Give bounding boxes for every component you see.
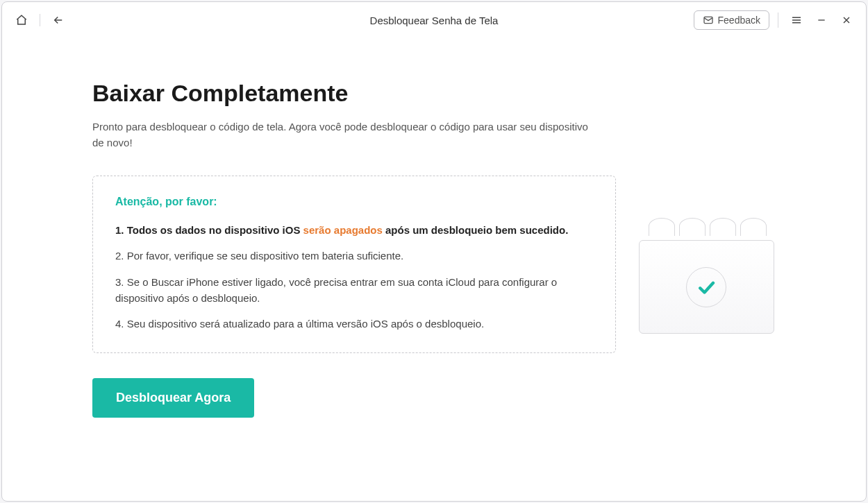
minimize-button[interactable] [812,10,831,30]
block-illustration [639,205,774,334]
block-stud-side [649,226,675,236]
titlebar-left [12,10,68,30]
left-column: Baixar Completamente Pronto para desbloq… [92,80,616,459]
feedback-label: Feedback [718,15,760,26]
check-circle [686,267,726,307]
home-icon [15,14,28,26]
mail-icon [703,15,714,26]
hamburger-icon [790,14,803,26]
notice-item-1-suffix: após um desbloqueio bem sucedido. [383,224,569,236]
content-area: Baixar Completamente Pronto para desbloq… [2,38,866,501]
feedback-button[interactable]: Feedback [694,10,769,30]
window-title: Desbloquear Senha de Tela [370,15,499,26]
menu-button[interactable] [787,10,806,30]
unlock-now-button[interactable]: Desbloquear Agora [92,378,254,418]
notice-item-2: 2. Por favor, verifique se seu dispositi… [115,248,593,264]
back-arrow-icon [52,14,65,26]
notice-item-1-prefix: 1. Todos os dados no dispositivo iOS [115,224,303,236]
back-button[interactable] [49,10,68,30]
titlebar-right: Feedback [694,10,856,30]
right-column [616,80,796,459]
notice-title: Atenção, por favor: [115,196,593,208]
titlebar-divider [40,14,40,26]
notice-item-1: 1. Todos os dados no dispositivo iOS ser… [115,222,593,238]
check-icon [696,277,717,298]
page-heading: Baixar Completamente [92,80,616,107]
notice-item-1-highlight: serão apagados [303,224,383,236]
titlebar-divider-right [778,12,778,28]
minimize-icon [816,15,827,26]
notice-item-3: 3. Se o Buscar iPhone estiver ligado, vo… [115,274,593,307]
block-stud-side [740,226,767,236]
app-window: Desbloquear Senha de Tela Feedback Baixa… [1,1,867,502]
block-stud-side [679,226,706,236]
notice-item-4: 4. Seu dispositivo será atualizado para … [115,316,593,332]
notice-box: Atenção, por favor: 1. Todos os dados no… [92,176,616,353]
block-body [639,240,774,334]
titlebar: Desbloquear Senha de Tela Feedback [2,2,866,38]
page-subtitle: Pronto para desbloquear o código de tela… [92,119,592,151]
close-button[interactable] [837,10,856,30]
close-icon [841,15,852,26]
home-button[interactable] [12,10,31,30]
block-stud-side [710,226,736,236]
